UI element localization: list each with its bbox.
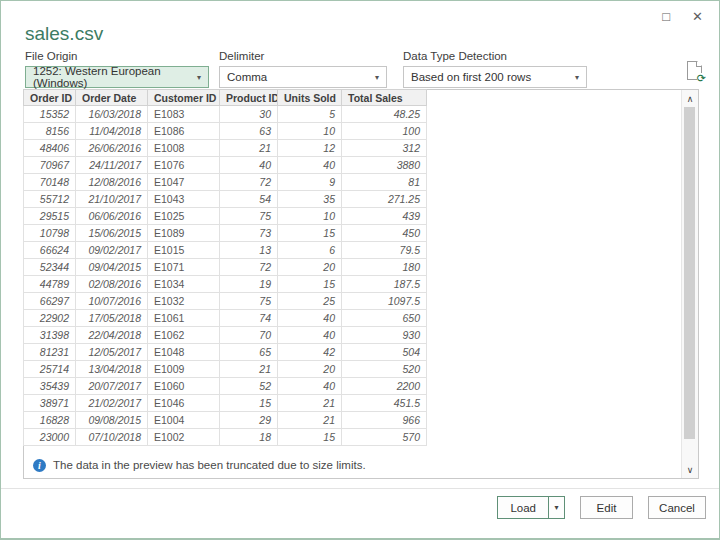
table-cell: E1043: [148, 191, 220, 208]
delimiter-select[interactable]: Comma ▾: [219, 66, 387, 88]
dialog-buttons: Load ▾ Edit Cancel: [497, 496, 706, 519]
table-cell: E1046: [148, 395, 220, 412]
table-cell: E1061: [148, 310, 220, 327]
table-cell: 30: [220, 106, 278, 123]
table-cell: 70148: [24, 174, 76, 191]
table-cell: 40: [278, 310, 342, 327]
table-cell: 40: [278, 157, 342, 174]
column-header: Units Sold: [278, 90, 342, 106]
data-preview-panel: Order IDOrder DateCustomer IDProduct IDU…: [23, 89, 699, 479]
table-cell: E1062: [148, 327, 220, 344]
table-cell: 73: [220, 225, 278, 242]
table-cell: 20/07/2017: [76, 378, 148, 395]
scroll-up-icon[interactable]: ∧: [682, 90, 698, 107]
table-cell: E1002: [148, 429, 220, 446]
table-row: 5571221/10/2017E10435435271.25: [24, 191, 427, 208]
table-cell: 16828: [24, 412, 76, 429]
scroll-down-icon[interactable]: ∨: [682, 461, 698, 478]
table-row: 4478902/08/2016E10341915187.5: [24, 276, 427, 293]
table-cell: 02/08/2016: [76, 276, 148, 293]
table-cell: 63: [220, 123, 278, 140]
table-cell: 06/06/2016: [76, 208, 148, 225]
file-origin-select[interactable]: 1252: Western European (Windows) ▾: [25, 66, 209, 88]
column-header: Product ID: [220, 90, 278, 106]
table-cell: 21: [220, 361, 278, 378]
table-cell: 66624: [24, 242, 76, 259]
table-cell: 38971: [24, 395, 76, 412]
load-dropdown-icon[interactable]: ▾: [548, 497, 564, 518]
chevron-down-icon: ▾: [375, 73, 379, 82]
table-cell: 21: [278, 412, 342, 429]
vertical-scrollbar[interactable]: ∧ ∨: [681, 90, 698, 478]
file-origin-label: File Origin: [25, 50, 209, 62]
table-cell: 312: [342, 140, 427, 157]
scrollbar-thumb[interactable]: [684, 107, 695, 439]
table-cell: 17/05/2018: [76, 310, 148, 327]
table-cell: 29: [220, 412, 278, 429]
table-cell: 21: [220, 140, 278, 157]
table-cell: E1004: [148, 412, 220, 429]
footer-divider: [1, 488, 719, 489]
file-origin-field: File Origin 1252: Western European (Wind…: [25, 50, 209, 88]
table-cell: 10/07/2016: [76, 293, 148, 310]
cancel-button[interactable]: Cancel: [648, 496, 706, 519]
maximize-icon[interactable]: □: [662, 10, 670, 23]
table-cell: 21/02/2017: [76, 395, 148, 412]
table-cell: 20: [278, 361, 342, 378]
table-cell: 12/08/2016: [76, 174, 148, 191]
column-header: Customer ID: [148, 90, 220, 106]
table-cell: E1008: [148, 140, 220, 157]
table-cell: 15/06/2015: [76, 225, 148, 242]
table-cell: 18: [220, 429, 278, 446]
table-cell: 930: [342, 327, 427, 344]
table-cell: 35439: [24, 378, 76, 395]
table-row: 3139822/04/2018E10627040930: [24, 327, 427, 344]
table-cell: 650: [342, 310, 427, 327]
table-cell: 75: [220, 208, 278, 225]
data-type-detection-select[interactable]: Based on first 200 rows ▾: [403, 66, 587, 88]
csv-import-dialog: □ ✕ sales.csv File Origin 1252: Western …: [0, 0, 720, 540]
table-cell: 52: [220, 378, 278, 395]
table-cell: E1015: [148, 242, 220, 259]
table-row: 7014812/08/2016E104772981: [24, 174, 427, 191]
table-cell: 54: [220, 191, 278, 208]
table-cell: 15: [278, 429, 342, 446]
data-type-detection-label: Data Type Detection: [403, 50, 587, 62]
load-button[interactable]: Load: [498, 497, 548, 518]
table-cell: 24/11/2017: [76, 157, 148, 174]
table-cell: 40: [278, 378, 342, 395]
table-cell: 966: [342, 412, 427, 429]
table-cell: 22/04/2018: [76, 327, 148, 344]
table-cell: 13: [220, 242, 278, 259]
table-cell: 271.25: [342, 191, 427, 208]
table-cell: 81: [342, 174, 427, 191]
table-row: 2290217/05/2018E10617440650: [24, 310, 427, 327]
table-cell: 70: [220, 327, 278, 344]
truncation-notice-text: The data in the preview has been truncat…: [53, 459, 366, 471]
table-cell: 10: [278, 123, 342, 140]
page-fold-icon: [697, 61, 702, 66]
table-row: 2571413/04/2018E10092120520: [24, 361, 427, 378]
chevron-down-icon: ▾: [575, 73, 579, 82]
table-cell: 55712: [24, 191, 76, 208]
table-cell: 09/02/2017: [76, 242, 148, 259]
table-row: 1535216/03/2018E108330548.25: [24, 106, 427, 123]
close-icon[interactable]: ✕: [692, 10, 703, 23]
table-cell: 21: [278, 395, 342, 412]
table-cell: E1048: [148, 344, 220, 361]
refresh-preview-icon[interactable]: ⟳: [687, 61, 702, 80]
table-cell: 65: [220, 344, 278, 361]
table-cell: 52344: [24, 259, 76, 276]
table-row: 7096724/11/2017E107640403880: [24, 157, 427, 174]
table-cell: 16/03/2018: [76, 106, 148, 123]
table-cell: 451.5: [342, 395, 427, 412]
table-cell: 09/08/2015: [76, 412, 148, 429]
table-cell: 48.25: [342, 106, 427, 123]
edit-button[interactable]: Edit: [580, 496, 633, 519]
table-cell: 570: [342, 429, 427, 446]
table-body: 1535216/03/2018E108330548.25815611/04/20…: [24, 106, 427, 446]
table-cell: 180: [342, 259, 427, 276]
table-cell: 26/06/2016: [76, 140, 148, 157]
table-cell: 100: [342, 123, 427, 140]
table-cell: 25714: [24, 361, 76, 378]
